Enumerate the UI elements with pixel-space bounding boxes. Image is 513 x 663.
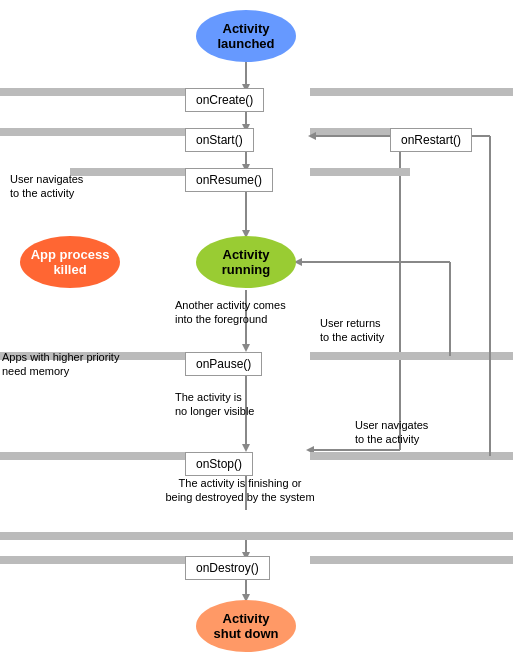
- svg-marker-18: [242, 344, 250, 352]
- onpause-box: onPause(): [185, 352, 262, 376]
- no-longer-visible-text: The activity isno longer visible: [175, 391, 255, 417]
- oncreate-label: onCreate(): [196, 93, 253, 107]
- onrestart-label: onRestart(): [401, 133, 461, 147]
- apps-priority-text: Apps with higher priorityneed memory: [2, 351, 119, 377]
- onpause-label: onPause(): [196, 357, 251, 371]
- onrestart-box: onRestart(): [390, 128, 472, 152]
- onstop-box: onStop(): [185, 452, 253, 476]
- activity-shut-down-node: Activityshut down: [196, 600, 296, 652]
- apps-priority-label: Apps with higher priorityneed memory: [2, 350, 152, 379]
- activity-shut-down-label: Activityshut down: [214, 611, 279, 641]
- onstart-box: onStart(): [185, 128, 254, 152]
- finishing-text: The activity is finishing orbeing destro…: [165, 477, 314, 503]
- another-activity-label: Another activity comesinto the foregroun…: [175, 298, 335, 327]
- onstop-label: onStop(): [196, 457, 242, 471]
- activity-launched-node: Activitylaunched: [196, 10, 296, 62]
- svg-rect-34: [0, 556, 185, 564]
- svg-rect-20: [310, 352, 513, 360]
- svg-marker-25: [242, 444, 250, 452]
- svg-rect-26: [0, 452, 185, 460]
- no-longer-visible-label: The activity isno longer visible: [175, 390, 335, 419]
- user-returns-text: User returnsto the activity: [320, 317, 384, 343]
- svg-rect-2: [0, 88, 185, 96]
- svg-rect-3: [310, 88, 513, 96]
- activity-launched-label: Activitylaunched: [217, 21, 274, 51]
- activity-running-node: Activityrunning: [196, 236, 296, 288]
- app-process-killed-label: App processkilled: [31, 247, 110, 277]
- svg-rect-6: [0, 128, 185, 136]
- oncreate-box: onCreate(): [185, 88, 264, 112]
- svg-marker-30: [308, 132, 316, 140]
- lifecycle-diagram: Activitylaunched onCreate() onStart() on…: [0, 0, 513, 663]
- user-navigates2-label: User navigatesto the activity: [355, 418, 500, 447]
- user-navigates2-text: User navigatesto the activity: [355, 419, 428, 445]
- svg-rect-35: [310, 556, 513, 564]
- onresume-label: onResume(): [196, 173, 262, 187]
- svg-rect-27: [310, 452, 513, 460]
- app-process-killed-node: App processkilled: [20, 236, 120, 288]
- another-activity-text: Another activity comesinto the foregroun…: [175, 299, 286, 325]
- svg-rect-14: [310, 168, 410, 176]
- onresume-box: onResume(): [185, 168, 273, 192]
- separator-bar: [0, 532, 513, 540]
- svg-rect-7: [310, 128, 400, 136]
- finishing-label: The activity is finishing orbeing destro…: [130, 476, 350, 505]
- onstart-label: onStart(): [196, 133, 243, 147]
- user-navigates-label: User navigatesto the activity: [10, 172, 140, 201]
- svg-marker-10: [306, 446, 314, 454]
- ondestroy-box: onDestroy(): [185, 556, 270, 580]
- user-navigates-text: User navigatesto the activity: [10, 173, 83, 199]
- user-returns-label: User returnsto the activity: [320, 316, 450, 345]
- ondestroy-label: onDestroy(): [196, 561, 259, 575]
- activity-running-label: Activityrunning: [222, 247, 270, 277]
